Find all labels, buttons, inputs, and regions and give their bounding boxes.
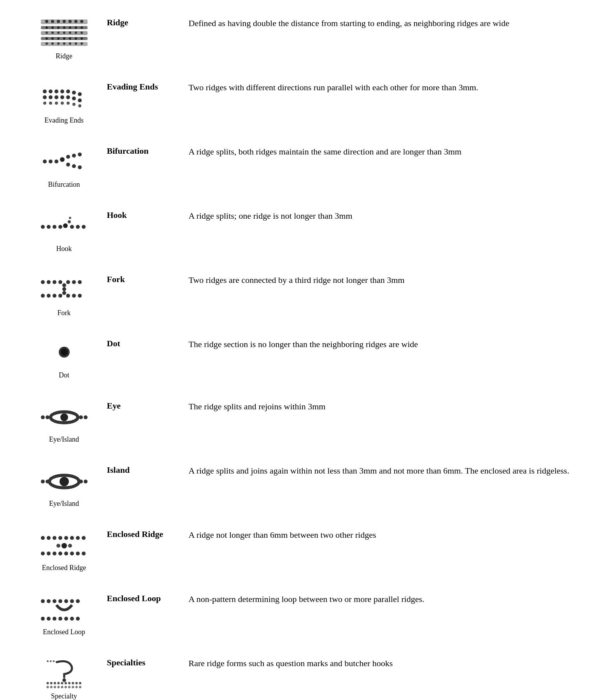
svg-point-167	[49, 660, 51, 662]
svg-point-83	[53, 280, 56, 284]
svg-point-135	[64, 599, 68, 603]
svg-point-130	[82, 552, 86, 556]
svg-point-150	[61, 682, 63, 684]
svg-point-23	[69, 32, 71, 34]
image-col-evading: Evading Ends	[25, 80, 103, 125]
svg-point-72	[47, 225, 51, 229]
image-col-specialties: Specialty	[25, 656, 103, 700]
image-col-hook: Hook	[25, 208, 103, 253]
svg-point-43	[60, 89, 64, 93]
svg-point-8	[63, 20, 66, 23]
image-col-dot: Dot	[25, 337, 103, 379]
svg-point-76	[70, 225, 74, 229]
svg-point-164	[75, 686, 77, 688]
svg-point-142	[64, 617, 68, 621]
row-fork: Fork Fork Two ridges are connected by a …	[25, 272, 570, 321]
svg-point-103	[60, 414, 68, 421]
svg-point-13	[51, 26, 54, 29]
svg-point-156	[46, 686, 49, 688]
svg-point-9	[68, 20, 72, 23]
image-col-bifurcation: Bifurcation	[25, 144, 103, 189]
svg-point-49	[54, 95, 58, 99]
svg-point-92	[66, 280, 70, 284]
svg-point-7	[57, 20, 60, 23]
svg-point-109	[60, 477, 69, 486]
svg-point-53	[78, 98, 82, 102]
svg-point-131	[41, 599, 45, 603]
svg-point-32	[81, 37, 83, 40]
fork-desc: Two ridges are connected by a third ridg…	[189, 272, 570, 286]
svg-point-105	[84, 416, 88, 419]
enclosed-ridge-label: Enclosed Ridge	[42, 564, 86, 572]
svg-point-99	[61, 349, 68, 356]
svg-point-79	[68, 220, 71, 223]
svg-point-82	[47, 280, 51, 284]
svg-point-44	[66, 89, 70, 93]
svg-point-168	[53, 660, 54, 662]
svg-point-42	[54, 89, 58, 93]
svg-point-165	[79, 686, 81, 688]
svg-point-67	[78, 153, 82, 156]
svg-point-106	[41, 480, 45, 484]
row-eye: Eye/Island Eye The ridge splits and rejo…	[25, 399, 570, 447]
bifurcation-icon	[39, 146, 90, 179]
row-specialties: Specialty Specialties Rare ridge forms s…	[25, 656, 570, 700]
svg-point-33	[46, 42, 48, 45]
svg-point-158	[53, 686, 56, 688]
row-evading-ends: Evading Ends Evading Ends Two ridges wit…	[25, 80, 570, 128]
svg-point-127	[64, 552, 68, 556]
svg-point-6	[51, 20, 54, 23]
dot-desc: The ridge section is no longer than the …	[189, 337, 570, 351]
svg-point-75	[63, 223, 68, 228]
svg-point-141	[58, 617, 62, 621]
svg-point-154	[75, 682, 77, 684]
dot-label: Dot	[59, 371, 69, 379]
svg-point-148	[53, 682, 56, 684]
svg-point-112	[41, 536, 45, 540]
svg-point-68	[66, 163, 70, 167]
evading-ends-term: Evading Ends	[103, 80, 189, 92]
svg-point-147	[50, 682, 52, 684]
svg-point-136	[70, 599, 74, 603]
svg-point-132	[47, 599, 51, 603]
svg-point-29	[63, 37, 65, 40]
hook-desc: A ridge splits; one ridge is not longer …	[189, 208, 570, 222]
svg-point-14	[57, 26, 60, 29]
ridge-label: Ridge	[56, 52, 72, 60]
dot-icon	[53, 339, 76, 370]
fork-icon	[39, 274, 90, 307]
svg-point-5	[45, 20, 48, 23]
svg-point-45	[72, 91, 76, 95]
svg-point-24	[75, 32, 77, 34]
image-col-enclosed-loop: Enclosed Loop	[25, 591, 103, 636]
svg-point-81	[41, 280, 45, 284]
specialties-desc: Rare ridge forms such as question marks …	[189, 656, 570, 670]
svg-point-140	[53, 617, 56, 621]
svg-point-71	[41, 225, 45, 229]
svg-point-121	[61, 543, 67, 549]
svg-point-138	[41, 617, 45, 621]
svg-point-88	[41, 294, 45, 298]
evading-ends-label: Evading Ends	[44, 116, 84, 125]
svg-point-151	[64, 682, 67, 684]
svg-point-59	[72, 103, 75, 106]
evading-ends-icon	[39, 82, 90, 115]
enclosed-loop-label: Enclosed Loop	[43, 628, 85, 636]
island-term: Island	[103, 463, 189, 475]
svg-point-37	[69, 42, 71, 45]
svg-point-125	[53, 552, 56, 556]
hook-term: Hook	[103, 208, 189, 220]
hook-label: Hook	[56, 245, 72, 253]
eye-icon	[39, 401, 90, 434]
svg-point-38	[75, 42, 77, 45]
svg-point-78	[82, 225, 86, 229]
svg-point-12	[46, 26, 48, 29]
svg-point-25	[81, 32, 83, 34]
svg-point-26	[46, 37, 48, 40]
image-col-island: Eye/Island	[25, 463, 103, 508]
svg-point-144	[76, 617, 80, 621]
svg-point-70	[78, 165, 82, 169]
enclosed-loop-term: Enclosed Loop	[103, 591, 189, 604]
svg-point-146	[46, 682, 49, 684]
svg-point-54	[43, 102, 46, 105]
